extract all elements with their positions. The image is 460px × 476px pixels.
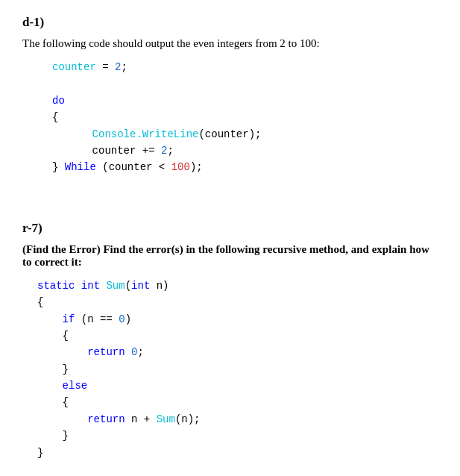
code-line-7: } While (counter < 100); (52, 159, 438, 175)
section-r7: r-7) (Find the Error) Find the error(s) … (22, 221, 438, 461)
spacer (22, 198, 438, 221)
section-r7-title: r-7) (22, 221, 438, 236)
section-d1: d-1) The following code should output th… (22, 15, 438, 176)
r7-line-5: return 0; (37, 344, 438, 360)
code-line-3: do (52, 93, 438, 109)
keyword-counter: counter (52, 61, 96, 73)
code-line-4: { (52, 109, 438, 125)
section-r7-description: (Find the Error) Find the error(s) in th… (22, 243, 438, 269)
code-line-2 (52, 75, 438, 92)
section-d1-description: The following code should output the eve… (22, 37, 438, 50)
r7-line-11: } (37, 445, 438, 461)
r7-line-3: if (n == 0) (37, 311, 438, 328)
r7-line-9: return n + Sum(n); (37, 411, 438, 428)
r7-line-10: } (37, 428, 438, 444)
r7-line-7: else (37, 378, 438, 394)
r7-line-2: { (37, 294, 438, 310)
code-block-d1: counter = 2; do { Console.WriteLine(coun… (52, 59, 438, 176)
code-block-r7: static int Sum(int n) { if (n == 0) { re… (37, 278, 438, 461)
code-line-5: Console.WriteLine(counter); (67, 126, 438, 143)
r7-line-4: { (37, 328, 438, 344)
r7-line-6: } (37, 361, 438, 378)
kw-do: do (52, 95, 65, 107)
r7-line-8: { (37, 394, 438, 410)
section-d1-title: d-1) (22, 15, 438, 30)
r7-line-1: static int Sum(int n) (37, 278, 438, 294)
code-line-1: counter = 2; (52, 59, 438, 75)
code-line-6: counter += 2; (67, 143, 438, 159)
